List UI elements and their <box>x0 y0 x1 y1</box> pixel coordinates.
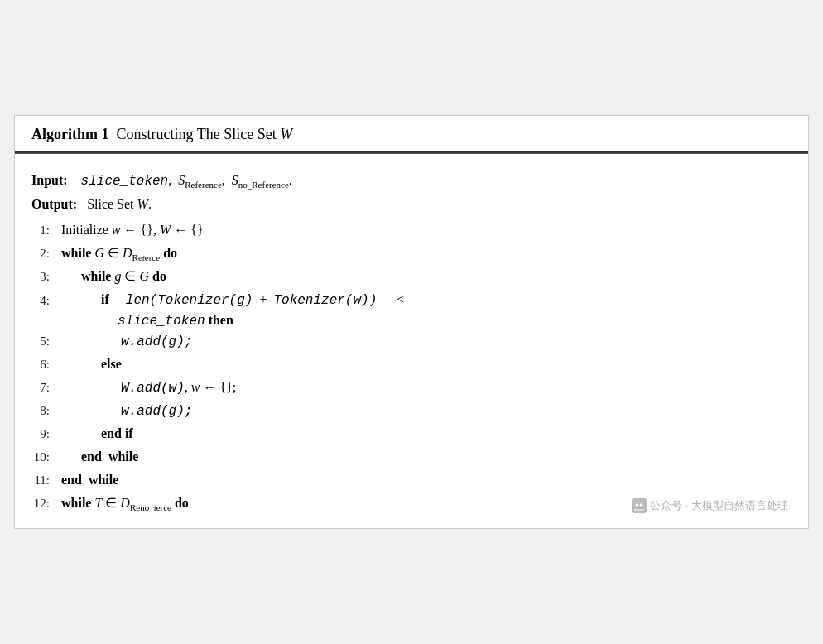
line-2: 2: while G ∈ DReferce do <box>31 243 792 267</box>
algorithm-body: Input: slice_token, SReference, Sno_Refe… <box>15 154 808 528</box>
kw-then-4: then <box>209 313 233 327</box>
line-num-2: 2: <box>31 244 61 263</box>
line-1: 1: Initialize w ← {}, W ← {} <box>31 220 792 243</box>
var-D2: D <box>120 496 130 510</box>
kw-endwhile-10: end while <box>81 449 138 464</box>
line-num-11: 11: <box>31 471 61 490</box>
algorithm-box: Algorithm 1 Constructing The Slice Set W… <box>14 115 809 529</box>
var-D: D <box>123 246 132 260</box>
line-num-10: 10: <box>31 448 61 467</box>
expr-4c: slice_token <box>118 314 205 329</box>
algorithm-header: Algorithm 1 Constructing The Slice Set W <box>15 116 808 153</box>
svg-point-1 <box>636 504 638 507</box>
sub-Reno: Reno_ferce <box>130 502 171 512</box>
kw-do-3: do <box>152 269 166 283</box>
wechat-icon <box>632 498 647 513</box>
input-s-noref: S <box>232 173 238 187</box>
line-num-9: 9: <box>31 425 61 444</box>
kw-if-4: if <box>101 292 109 306</box>
line-content-2: while G ∈ DReferce do <box>61 243 792 265</box>
line-3: 3: while g ∈ G do <box>31 267 792 290</box>
var-W: W <box>160 223 171 237</box>
var-w2: w <box>191 380 200 394</box>
line-4-wrap: if len(Tokenizer(g) + Tokenizer(w)) < <box>101 290 792 310</box>
line-content-10: end while <box>61 447 792 467</box>
input-slice-token: slice_token <box>81 174 169 189</box>
stmt-5: w.add(g); <box>121 334 192 349</box>
line-11: 11: end while <box>31 470 792 493</box>
line-content-9: end if <box>61 424 792 444</box>
line-5: 5: w.add(g); <box>31 331 792 354</box>
watermark: 公众号 · 大模型自然语言处理 <box>632 498 788 513</box>
kw-do-12: do <box>175 496 189 510</box>
line-10: 10: end while <box>31 447 792 470</box>
output-w: W <box>137 197 148 211</box>
kw-endwhile-11: end while <box>61 473 118 487</box>
expr-4: len(Tokenizer(g) <box>126 293 253 308</box>
line-6: 6: else <box>31 354 792 377</box>
input-value: slice_token, SReference, Sno_Reference. <box>75 169 292 193</box>
kw-while-2: while <box>61 246 91 260</box>
svg-point-2 <box>640 504 643 507</box>
expr-4b: Tokenizer(w)) <box>273 293 377 308</box>
line-num-7: 7: <box>31 378 61 397</box>
algorithm-title: Algorithm 1 Constructing The Slice Set W <box>31 126 292 142</box>
line-7: 7: W.add(w), w ← {}; <box>31 377 792 401</box>
var-w: w <box>112 223 121 237</box>
line-num-12: 12: <box>31 494 61 513</box>
line-content-3: while g ∈ G do <box>61 267 792 286</box>
kw-do-2: do <box>163 246 177 260</box>
stmt-7a: W.add(w) <box>121 381 185 396</box>
kw-while-3: while <box>81 269 111 283</box>
output-label: Output: <box>31 193 77 215</box>
algorithm-number: Algorithm 1 <box>31 126 109 142</box>
sub-Reference: Referce <box>132 252 161 262</box>
var-G: G <box>94 246 104 260</box>
stmt-8: w.add(g); <box>121 404 192 419</box>
algorithm-title-var: W <box>280 126 292 142</box>
kw-else-6: else <box>101 357 122 371</box>
var-T: T <box>94 496 102 510</box>
line-num-5: 5: <box>31 332 61 351</box>
kw-endif-9: end if <box>101 426 133 440</box>
output-line: Output: Slice Set W. <box>31 193 792 215</box>
line-4-cont: slice_token then <box>101 310 792 331</box>
svg-rect-0 <box>632 498 647 513</box>
input-s-noref-sub: no_Reference <box>238 180 289 190</box>
line-4: 4: if len(Tokenizer(g) + Tokenizer(w)) <… <box>31 290 792 331</box>
line-content-4: if len(Tokenizer(g) + Tokenizer(w)) < sl… <box>61 290 792 331</box>
line-num-1: 1: <box>31 221 61 240</box>
var-G2: G <box>139 269 149 283</box>
line-content-7: W.add(w), w ← {}; <box>61 377 792 398</box>
io-block: Input: slice_token, SReference, Sno_Refe… <box>31 162 792 220</box>
input-s-ref: S <box>178 173 185 187</box>
line-content-11: end while <box>61 470 792 490</box>
line-num-8: 8: <box>31 401 61 421</box>
input-label: Input: <box>31 169 68 191</box>
watermark-text: 公众号 · 大模型自然语言处理 <box>650 498 788 513</box>
var-g: g <box>114 269 121 283</box>
line-content-1: Initialize w ← {}, W ← {} <box>61 220 792 240</box>
kw-while-12: while <box>61 496 91 510</box>
line-num-4: 4: <box>31 290 61 310</box>
line-num-3: 3: <box>31 267 61 286</box>
line-8: 8: w.add(g); <box>31 401 792 424</box>
output-value: Slice Set W. <box>84 193 152 215</box>
input-s-ref-sub: Reference <box>185 180 222 190</box>
line-content-5: w.add(g); <box>61 331 792 352</box>
line-num-6: 6: <box>31 355 61 374</box>
line-content-8: w.add(g); <box>61 401 792 421</box>
line-9: 9: end if <box>31 424 792 447</box>
line-content-6: else <box>61 354 792 374</box>
input-line: Input: slice_token, SReference, Sno_Refe… <box>31 169 792 193</box>
